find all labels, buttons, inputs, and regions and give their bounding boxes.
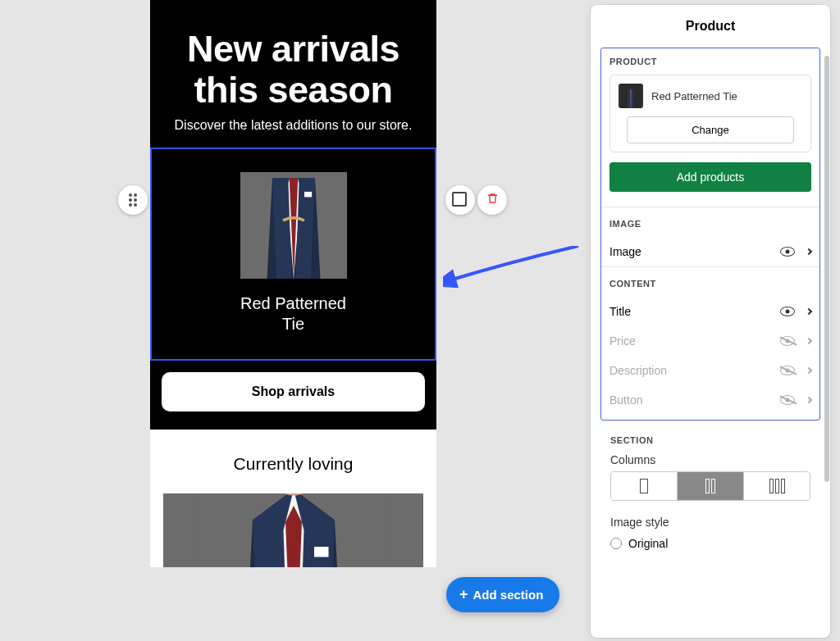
field-price[interactable]: Price (609, 326, 811, 356)
radio-icon (610, 538, 622, 549)
section-settings: SECTION Columns Image style Original (600, 435, 820, 550)
divider (601, 266, 819, 267)
field-description-label: Description (609, 364, 667, 377)
add-products-button[interactable]: Add products (609, 162, 811, 192)
delete-button[interactable] (477, 185, 507, 215)
field-image-label: Image (609, 245, 641, 258)
panel-highlight-box: PRODUCT Red Patterned Tie Change A (600, 48, 820, 421)
product-block-selected[interactable]: Red Patterned Tie (150, 148, 436, 361)
image-style-original-option[interactable]: Original (610, 534, 810, 550)
chevron-right-icon (806, 397, 812, 403)
field-description[interactable]: Description (609, 356, 811, 385)
add-section-label: Add section (473, 588, 544, 602)
product-title-l2: Tie (160, 314, 427, 334)
field-title-label: Title (609, 305, 631, 318)
chevron-right-icon (806, 248, 812, 255)
change-button[interactable]: Change (627, 116, 794, 143)
drag-handle[interactable] (118, 185, 148, 215)
image-style-original-label: Original (628, 537, 668, 550)
currently-loving-heading: Currently loving (163, 454, 423, 474)
panel-title: Product (591, 5, 830, 48)
canvas-area: New arrivals this season Discover the la… (0, 0, 591, 641)
columns-3-icon (769, 479, 785, 493)
columns-label: Columns (610, 453, 810, 466)
divider (601, 207, 819, 207)
hero-title: New arrivals this season (150, 4, 436, 118)
currently-loving-image[interactable] (163, 493, 423, 567)
email-preview: New arrivals this season Discover the la… (150, 0, 436, 567)
drag-icon (129, 193, 137, 207)
product-card-row: Red Patterned Tie (619, 84, 802, 108)
add-section-button[interactable]: + Add section (446, 577, 559, 612)
svg-rect-4 (314, 547, 329, 557)
currently-loving-section: Currently loving (150, 430, 436, 567)
eye-off-icon[interactable] (780, 336, 795, 346)
shop-arrivals-button[interactable]: Shop arrivals (162, 372, 425, 411)
field-title[interactable]: Title (609, 297, 811, 326)
chevron-right-icon (806, 338, 812, 344)
eye-off-icon[interactable] (780, 395, 795, 405)
scrollbar[interactable] (824, 56, 829, 482)
eye-icon[interactable] (780, 247, 795, 257)
columns-option-3[interactable] (744, 472, 810, 500)
section-label-product: PRODUCT (609, 57, 811, 66)
image-style-label: Image style (610, 516, 810, 529)
section-label-section: SECTION (610, 435, 810, 445)
section-label-image: IMAGE (609, 219, 811, 229)
field-button[interactable]: Button (609, 385, 811, 420)
product-card-name: Red Patterned Tie (651, 90, 737, 102)
columns-1-icon (640, 479, 648, 493)
chevron-right-icon (806, 308, 812, 315)
annotation-arrow (443, 246, 582, 303)
product-title-l1: Red Patterned (160, 293, 427, 314)
field-image[interactable]: Image (609, 237, 811, 266)
product-title: Red Patterned Tie (160, 293, 427, 334)
product-thumbnail (619, 84, 643, 108)
columns-2-icon (705, 479, 715, 493)
field-button-label: Button (609, 393, 642, 407)
eye-icon[interactable] (780, 307, 795, 316)
eye-off-icon[interactable] (780, 366, 795, 375)
copy-icon (454, 194, 466, 206)
hero-subtitle: Discover the latest additions to our sto… (150, 118, 436, 148)
trash-icon (486, 192, 499, 208)
product-image[interactable] (240, 172, 347, 279)
field-price-label: Price (609, 334, 636, 348)
columns-option-2[interactable] (678, 472, 744, 500)
svg-rect-1 (304, 191, 312, 197)
product-card: Red Patterned Tie Change (609, 75, 811, 152)
columns-toggle (610, 471, 810, 501)
chevron-right-icon (806, 367, 812, 374)
suit-illustration (240, 178, 347, 280)
section-label-content: CONTENT (609, 279, 811, 289)
hero-title-line1: New arrivals (162, 29, 424, 70)
properties-sidebar: Product PRODUCT Red Patterned Tie (591, 5, 830, 638)
suit-illustration-large (196, 493, 391, 567)
thumb-illustration (619, 84, 643, 108)
columns-option-1[interactable] (611, 472, 678, 500)
duplicate-button[interactable] (445, 185, 475, 215)
plus-icon: + (459, 586, 468, 603)
hero-title-line2: this season (162, 70, 424, 111)
